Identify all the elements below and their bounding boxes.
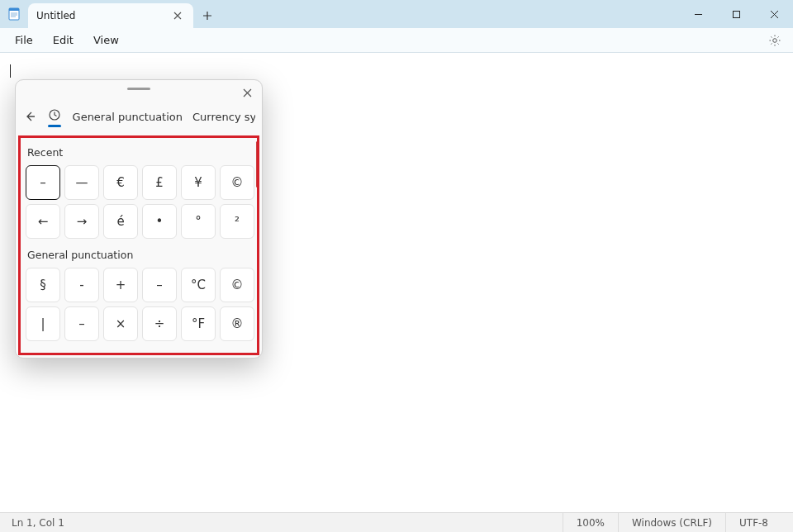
app-icon (0, 0, 28, 28)
symbol-panel: General punctuation Currency symbols Rec… (15, 79, 263, 359)
clock-icon (48, 108, 61, 121)
gear-icon (768, 34, 781, 47)
new-tab-button[interactable] (193, 3, 221, 28)
panel-body: Recent – — € £ ¥ © ← → é • ° ² General p… (21, 138, 257, 353)
panel-category-currency[interactable]: Currency symbols (192, 111, 255, 123)
symbol-key[interactable]: ° (181, 204, 216, 239)
svg-rect-1 (9, 8, 19, 11)
section-general-label: General punctuation (27, 249, 250, 261)
symbol-key[interactable]: – (26, 165, 60, 200)
menu-edit[interactable]: Edit (45, 31, 82, 50)
tab-close-icon[interactable] (170, 8, 185, 23)
symbol-key[interactable]: § (26, 268, 60, 302)
status-eol[interactable]: Windows (CRLF) (618, 513, 725, 532)
settings-button[interactable] (763, 29, 786, 52)
close-button[interactable] (755, 0, 793, 28)
symbol-key[interactable]: © (220, 268, 254, 302)
symbol-key[interactable]: ÷ (142, 306, 177, 341)
symbol-key[interactable]: × (103, 306, 138, 341)
symbol-key[interactable]: — (64, 165, 99, 200)
arrow-left-icon (23, 110, 36, 123)
general-grid: § - + – °C © | – × ÷ °F ® (26, 268, 252, 341)
symbol-key[interactable]: ² (220, 204, 254, 239)
panel-close-button[interactable] (237, 83, 257, 102)
symbol-key[interactable]: ← (26, 204, 60, 239)
titlebar-drag-region[interactable] (221, 0, 679, 28)
panel-category-general[interactable]: General punctuation (73, 111, 183, 123)
text-caret (10, 64, 11, 78)
menu-file[interactable]: File (7, 31, 41, 50)
recent-grid: – — € £ ¥ © ← → é • ° ² (26, 165, 252, 239)
close-icon (770, 10, 779, 19)
titlebar: Untitled (0, 0, 793, 28)
scrollbar-thumb[interactable] (256, 141, 257, 188)
svg-rect-5 (733, 11, 739, 17)
symbol-key[interactable]: ® (220, 306, 254, 341)
panel-nav: General punctuation Currency symbols (16, 97, 262, 136)
maximize-button[interactable] (717, 0, 755, 28)
symbol-key[interactable]: – (64, 306, 99, 341)
minimize-icon (694, 10, 703, 19)
symbol-key[interactable]: é (103, 204, 138, 239)
symbol-key[interactable]: | (26, 306, 60, 341)
panel-back-button[interactable] (22, 105, 37, 128)
panel-recent-tab[interactable] (47, 106, 62, 127)
statusbar: Ln 1, Col 1 100% Windows (CRLF) UTF-8 (0, 512, 793, 532)
tab-title: Untitled (36, 10, 165, 21)
tab-untitled[interactable]: Untitled (28, 3, 193, 28)
status-encoding[interactable]: UTF-8 (725, 513, 781, 532)
symbol-key[interactable]: € (103, 165, 138, 200)
close-icon (243, 88, 252, 97)
menu-view[interactable]: View (85, 31, 127, 50)
active-tab-indicator (48, 125, 61, 127)
symbol-key[interactable]: → (64, 204, 99, 239)
status-position[interactable]: Ln 1, Col 1 (12, 517, 563, 529)
panel-drag-handle[interactable] (127, 88, 150, 90)
symbol-key[interactable]: - (64, 268, 99, 302)
symbol-key[interactable]: © (220, 165, 254, 200)
symbol-key[interactable]: + (103, 268, 138, 302)
svg-point-6 (773, 38, 777, 42)
status-zoom[interactable]: 100% (563, 513, 618, 532)
section-recent-label: Recent (27, 146, 250, 159)
plus-icon (202, 11, 212, 21)
symbol-key[interactable]: • (142, 204, 177, 239)
symbol-key[interactable]: °F (181, 306, 216, 341)
maximize-icon (732, 10, 741, 19)
symbol-key[interactable]: – (142, 268, 177, 302)
symbol-key[interactable]: °C (181, 268, 216, 302)
menubar: File Edit View (0, 28, 793, 53)
minimize-button[interactable] (679, 0, 717, 28)
symbol-key[interactable]: ¥ (181, 165, 216, 200)
symbol-key[interactable]: £ (142, 165, 177, 200)
